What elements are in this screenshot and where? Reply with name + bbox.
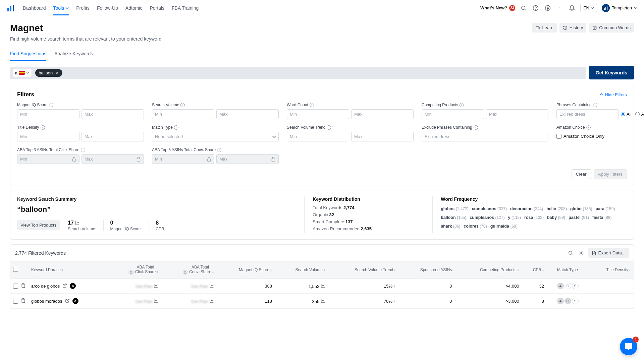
clear-filters-button[interactable]: Clear	[572, 169, 591, 179]
radio-any[interactable]: Any	[635, 112, 644, 117]
freq-word[interactable]: decoracion (244)	[510, 205, 543, 213]
info-icon[interactable]: i	[593, 103, 597, 107]
chart-icon[interactable]	[321, 298, 325, 303]
view-top-products-button[interactable]: View Top Products	[17, 220, 60, 230]
row-checkbox[interactable]	[13, 284, 18, 289]
chart-icon[interactable]	[209, 298, 214, 303]
cp-min-input[interactable]	[422, 109, 484, 119]
td-max-input[interactable]	[82, 132, 144, 141]
chart-icon[interactable]	[154, 283, 158, 288]
match-type-select[interactable]: None selected	[152, 132, 279, 141]
freq-word[interactable]: helio (208)	[546, 205, 567, 213]
info-icon[interactable]: i	[217, 148, 221, 152]
info-icon[interactable]: i	[586, 125, 591, 130]
wc-min-input[interactable]	[287, 109, 349, 119]
select-all-checkbox[interactable]	[13, 267, 18, 272]
amazon-icon[interactable]: a	[72, 298, 78, 304]
search-icon[interactable]	[520, 4, 527, 12]
info-icon[interactable]: i	[310, 103, 314, 107]
info-icon[interactable]: i	[460, 103, 464, 107]
amazon-icon[interactable]: a	[70, 283, 76, 289]
trash-icon[interactable]	[21, 298, 26, 304]
freq-word[interactable]: globo (185)	[570, 205, 592, 213]
iq-max-input[interactable]	[82, 109, 144, 119]
freq-word[interactable]: guirnalda (69)	[490, 223, 518, 231]
nav-adtomic[interactable]: Adtomic	[125, 1, 143, 15]
marketplace-selector[interactable]: a	[13, 69, 32, 77]
nav-tools[interactable]: Tools	[53, 1, 69, 15]
svg-rect-8	[605, 7, 606, 10]
facebook-icon[interactable]	[544, 4, 551, 12]
click-max-input	[82, 154, 144, 164]
freq-word[interactable]: fiesta (88)	[592, 214, 611, 222]
match-s-pill: S	[572, 283, 579, 289]
nav-dashboard[interactable]: Dashboard	[23, 1, 46, 15]
row-checkbox[interactable]	[13, 299, 18, 304]
keyword-chip[interactable]: balloon✕	[35, 69, 62, 77]
app-logo[interactable]	[7, 4, 15, 12]
sv-max-input[interactable]	[216, 109, 279, 119]
info-icon[interactable]: i	[174, 125, 178, 130]
freq-word[interactable]: baby (99)	[547, 214, 565, 222]
info-icon[interactable]: i	[49, 103, 53, 107]
info-icon[interactable]: i	[81, 148, 85, 152]
table-settings-icon[interactable]	[578, 249, 585, 257]
language-selector[interactable]: EN	[580, 4, 597, 12]
radio-all[interactable]: All	[621, 112, 631, 117]
tab-analyze-keywords[interactable]: Analyze Keywords	[54, 48, 93, 61]
td-min-input[interactable]	[17, 132, 79, 141]
conv-max-input	[216, 154, 279, 164]
info-icon[interactable]: i	[474, 125, 478, 130]
learn-button[interactable]: Learn	[532, 23, 557, 33]
freq-word[interactable]: balloon (155)	[441, 214, 466, 222]
get-keywords-button[interactable]: Get Keywords	[589, 66, 634, 79]
page-header: Magnet Learn History Common Words	[10, 23, 634, 34]
history-button[interactable]: History	[559, 23, 586, 33]
chart-icon[interactable]	[321, 283, 325, 288]
phrases-input[interactable]	[556, 109, 619, 119]
freq-word[interactable]: shark (86)	[441, 223, 460, 231]
external-link-icon[interactable]	[62, 283, 67, 289]
table-search-icon[interactable]	[567, 249, 574, 257]
svt-min-input[interactable]	[287, 132, 349, 141]
chart-icon[interactable]	[154, 298, 158, 303]
nav-portals[interactable]: Portals	[150, 1, 164, 15]
tab-find-suggestions[interactable]: Find Suggestions	[10, 48, 46, 61]
info-icon[interactable]: i	[180, 103, 185, 107]
sv-min-input[interactable]	[152, 109, 214, 119]
chart-icon[interactable]	[209, 283, 214, 288]
export-button[interactable]: Export Data...	[588, 248, 629, 258]
freq-word[interactable]: cumpleaños (127)	[470, 214, 504, 222]
exclude-input[interactable]	[422, 132, 548, 141]
bell-icon[interactable]	[568, 4, 576, 12]
iq-min-input[interactable]	[17, 109, 79, 119]
freq-title: Word Frequency	[441, 196, 627, 202]
nav-fba[interactable]: FBA Training	[172, 1, 199, 15]
freq-word[interactable]: globos (1,472)	[441, 205, 468, 213]
dist-row: Amazon Recommended 2,635	[313, 226, 424, 231]
svt-max-input[interactable]	[351, 132, 414, 141]
freq-word[interactable]: para (159)	[595, 205, 615, 213]
help-icon[interactable]	[532, 4, 539, 12]
cp-max-input[interactable]	[486, 109, 548, 119]
info-icon[interactable]: i	[41, 125, 45, 130]
apply-filters-button[interactable]: Apply Filters	[594, 169, 627, 179]
whats-new-link[interactable]: What's New? 23	[480, 5, 515, 11]
common-words-button[interactable]: Common Words	[589, 23, 634, 33]
hide-filters-link[interactable]: Hide Filters	[599, 92, 627, 97]
freq-word[interactable]: colores (70)	[464, 223, 487, 231]
chip-remove-icon[interactable]: ✕	[55, 70, 59, 75]
external-link-icon[interactable]	[65, 298, 70, 304]
nav-followup[interactable]: Follow-Up	[97, 1, 118, 15]
info-icon[interactable]: i	[327, 125, 331, 130]
wc-max-input[interactable]	[351, 109, 414, 119]
chart-icon[interactable]	[75, 221, 80, 225]
freq-word[interactable]: rosa (103)	[524, 214, 544, 222]
nav-profits[interactable]: Profits	[76, 1, 90, 15]
freq-word[interactable]: y (112)	[508, 214, 521, 222]
freq-word[interactable]: pastel (91)	[569, 214, 589, 222]
freq-word[interactable]: cumpleanos (327)	[472, 205, 507, 213]
user-menu[interactable]: Templeton	[602, 4, 637, 12]
trash-icon[interactable]	[21, 283, 26, 289]
amazon-choice-checkbox[interactable]	[556, 134, 561, 139]
